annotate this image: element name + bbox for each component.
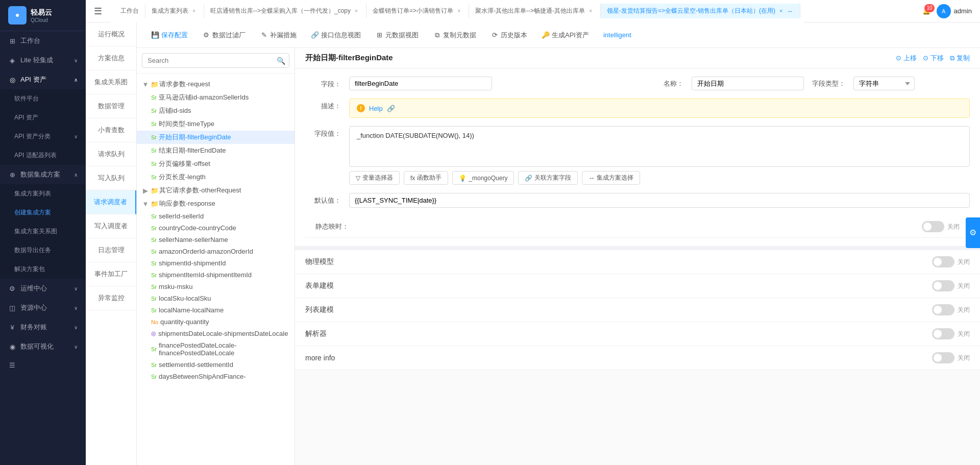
physical-model-toggle[interactable]: [932, 256, 954, 267]
search-input[interactable]: [142, 53, 289, 68]
nav-write-queue[interactable]: 写入队列: [86, 166, 136, 190]
nav-log-mgmt[interactable]: 日志管理: [86, 238, 136, 262]
tree-item-msku[interactable]: Sr msku-msku: [137, 281, 295, 292]
tree-item-finance-posted[interactable]: Sr financePostedDateLocale-financePosted…: [137, 339, 295, 359]
default-input[interactable]: [349, 193, 970, 208]
sidebar-item-bottom[interactable]: ☰: [0, 356, 86, 374]
form-build-toggle[interactable]: [932, 280, 954, 291]
sidebar-item-software[interactable]: 软件平台: [0, 89, 86, 108]
sidebar-item-resource[interactable]: ◫ 资源中心: [0, 298, 86, 317]
sidebar-item-data-vis[interactable]: ◉ 数据可视化: [0, 337, 86, 356]
tree-item-days-between[interactable]: Sr daysBetweenShipAndFiance-: [137, 371, 295, 382]
hamburger-btn[interactable]: ☰: [86, 6, 110, 17]
tree-item-filter-end[interactable]: Sr 结束日期-filterEndDate: [137, 144, 295, 157]
variable-selector-btn[interactable]: ▽ 变量选择器: [349, 171, 400, 185]
tab-close-active[interactable]: ×: [777, 8, 785, 15]
supplement-btn[interactable]: ✎ 补漏措施: [254, 28, 303, 43]
history-btn[interactable]: ⟳ 历史版本: [484, 28, 533, 43]
sidebar-item-api-assets[interactable]: API 资产: [0, 108, 86, 127]
tree-item-amazon-seller[interactable]: Sr 亚马逊店铺id-amazonSellerIds: [137, 91, 295, 104]
related-field-btn[interactable]: 🔗 关联方案字段: [518, 171, 578, 185]
sidebar-item-solution-list[interactable]: 集成方案列表: [0, 184, 86, 203]
name-input[interactable]: [692, 77, 804, 90]
api-asset-btn[interactable]: 🔑 生成API资产: [535, 28, 595, 43]
tree-item-shipment-id[interactable]: Sr shipmentId-shipmentId: [137, 257, 295, 269]
field-input[interactable]: [349, 77, 492, 90]
tree-item-seller-id[interactable]: Sr sellerId-sellerId: [137, 210, 295, 222]
parser-toggle[interactable]: [932, 328, 954, 339]
tree-item-settlement-id[interactable]: Sr settlementId-settlementId: [137, 359, 295, 371]
settings-btn[interactable]: ⚙: [966, 217, 980, 248]
meta-btn[interactable]: ⊞ 元数据视图: [369, 28, 425, 43]
save-config-btn[interactable]: 💾 保存配置: [145, 28, 194, 43]
tab-jindie[interactable]: 金蝶销售订单=>小满销售订单 ×: [366, 4, 469, 18]
tree-item-local-name[interactable]: Sr localName-localName: [137, 304, 295, 316]
tree-item-shipment-item-id[interactable]: Sr shipmentItemId-shipmentItemId: [137, 269, 295, 281]
tree-item-response-params[interactable]: ▼ 📁 响应参数-response: [137, 197, 295, 210]
tree-item-offset[interactable]: Sr 分页偏移量-offset: [137, 157, 295, 170]
tab-jushui[interactable]: 聚水潭-其他出库单-->畅捷通-其他出库单 ×: [469, 4, 601, 18]
notification-btn[interactable]: 🔔 10: [922, 7, 930, 15]
more-info-toggle[interactable]: [932, 352, 954, 363]
tab-workspace[interactable]: 工作台: [114, 4, 145, 18]
tab-close-solution-list[interactable]: ×: [190, 8, 198, 15]
filter-btn[interactable]: ⚙ 数据过滤厂: [196, 28, 252, 43]
nav-write-debug[interactable]: 写入调度者: [86, 214, 136, 238]
up-btn[interactable]: ⊙ 上移: [896, 54, 917, 63]
help-link[interactable]: Help: [369, 105, 383, 112]
interface-btn[interactable]: 🔗 接口信息视图: [305, 28, 367, 43]
tree-item-other-request[interactable]: ▶ 📁 其它请求参数-otherRequest: [137, 184, 295, 197]
nav-relation-map[interactable]: 集成关系图: [86, 70, 136, 94]
tab-active[interactable]: 领星-发货结算报告=>全蝶云星空-销售出库单（日本站）(在用) × ↔: [601, 4, 800, 18]
help-icon[interactable]: 🔗: [387, 105, 395, 112]
tab-taobao[interactable]: 旺店通销售出库-->全蝶采购入库（一件代发）_copy ×: [204, 4, 366, 18]
tree-item-seller-name[interactable]: Sr sellerName-sellerName: [137, 234, 295, 246]
solution-select-btn[interactable]: ↔ 集成方案选择: [582, 171, 640, 185]
copy-detail-btn[interactable]: ⧉ 复制: [950, 54, 970, 63]
sidebar-item-finance[interactable]: ¥ 财务对账: [0, 317, 86, 337]
intelligent-btn[interactable]: intelligent: [597, 28, 638, 42]
nav-xiao-qing[interactable]: 小青查数: [86, 118, 136, 142]
nav-exception-monitor[interactable]: 异常监控: [86, 286, 136, 310]
sidebar-item-api[interactable]: ◎ API 资产: [0, 70, 86, 89]
tree-item-length[interactable]: Sr 分页长度-length: [137, 170, 295, 184]
value-box[interactable]: _function DATE(SUBDATE(NOW(), 14)): [349, 126, 970, 167]
nav-overview[interactable]: 运行概况: [86, 22, 136, 46]
copy-meta-btn[interactable]: ⧉ 复制元数据: [427, 28, 482, 43]
nav-event-factory[interactable]: 事件加工厂: [86, 262, 136, 286]
user-area[interactable]: A admin: [937, 4, 972, 18]
static-map-toggle[interactable]: [922, 221, 944, 232]
tree-item-time-type[interactable]: Sr 时间类型-timeType: [137, 117, 295, 131]
sidebar-item-solution-relation[interactable]: 集成方案关系图: [0, 222, 86, 241]
tab-close-taobao[interactable]: ×: [353, 8, 360, 15]
type-select[interactable]: 字符串 数字 布尔 对象 数组: [853, 77, 915, 90]
tree-item-amazon-order[interactable]: Sr amazonOrderId-amazonOrderId: [137, 246, 295, 257]
nav-request-debug[interactable]: 请求调度者: [86, 190, 136, 214]
nav-data-mgmt[interactable]: 数据管理: [86, 94, 136, 118]
tree-item-filter-begin[interactable]: Sr 开始日期-filterBeginDate: [137, 131, 295, 144]
sidebar-item-lite[interactable]: ◈ Lite 轻集成: [0, 51, 86, 70]
tree-item-shipments-date[interactable]: ◎ shipmentsDateLocale-shipmentsDateLocal…: [137, 328, 295, 339]
sidebar-item-workspace[interactable]: ⊞ 工作台: [0, 31, 86, 51]
tab-pin-active[interactable]: ↔: [787, 8, 794, 15]
nav-request-queue[interactable]: 请求队列: [86, 142, 136, 166]
tree-item-sids[interactable]: Sr 店铺id-sids: [137, 104, 295, 117]
tree-item-quantity[interactable]: No quantity-quantity: [137, 316, 295, 328]
sidebar-item-api-adapter[interactable]: API 适配器列表: [0, 146, 86, 165]
tab-close-jushui[interactable]: ×: [587, 8, 594, 15]
mongo-query-btn[interactable]: 💡 _mongoQuery: [452, 171, 514, 185]
tab-close-jindie[interactable]: ×: [455, 8, 462, 15]
list-build-toggle[interactable]: [932, 304, 954, 315]
sidebar-item-ops[interactable]: ⚙ 运维中心: [0, 279, 86, 298]
sidebar-item-solution-pack[interactable]: 解决方案包: [0, 260, 86, 279]
sidebar-item-data-integration[interactable]: ⊕ 数据集成方案: [0, 165, 86, 184]
function-helper-btn[interactable]: fx 函数助手: [404, 171, 448, 185]
tree-item-country-code[interactable]: Sr countryCode-countryCode: [137, 222, 295, 234]
sidebar-item-data-export[interactable]: 数据导出任务: [0, 241, 86, 260]
tree-item-request-params[interactable]: ▼ 📁 请求参数-request: [137, 78, 295, 91]
tree-item-local-sku[interactable]: Sr localSku-localSku: [137, 292, 295, 304]
nav-solution-info[interactable]: 方案信息: [86, 46, 136, 70]
down-btn[interactable]: ⊙ 下移: [923, 54, 944, 63]
tab-solution-list[interactable]: 集成方案列表 ×: [145, 4, 204, 18]
sidebar-item-create-solution[interactable]: 创建集成方案: [0, 203, 86, 222]
